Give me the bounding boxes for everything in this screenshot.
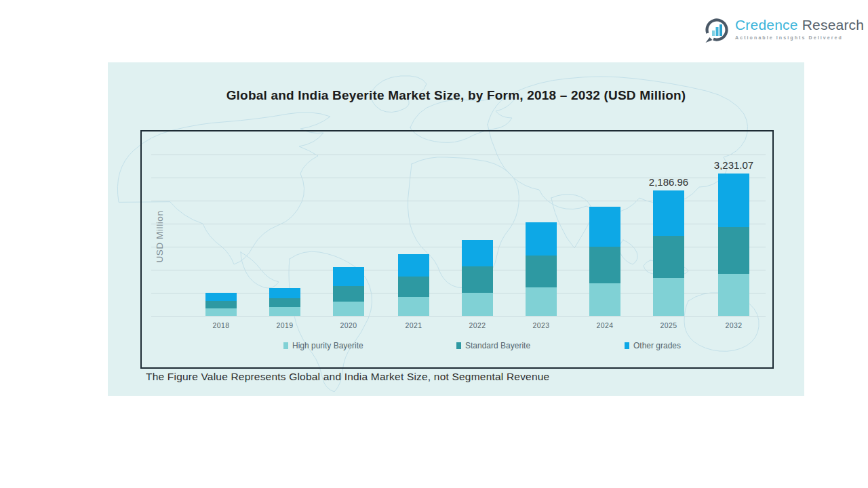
legend-item: Standard Bayerite [456,341,530,350]
legend-swatch [625,342,629,349]
legend-label: Other grades [633,341,681,350]
gridline [151,155,766,155]
logo-name-accent: Credence [735,17,798,33]
x-tick-label: 2023 [517,321,565,329]
bar-segment-other-grades [526,222,557,256]
page: { "logo": { "name_accent": "Credence", "… [0,0,868,488]
bar-segment-high-purity-bayerite [333,302,364,316]
x-tick-label: 2032 [710,321,757,329]
bar-segment-high-purity-bayerite [653,278,684,316]
logo-name-dark: Research [802,17,864,33]
bar [526,222,557,316]
bar [589,207,620,316]
x-tick-label: 2024 [581,321,629,329]
chart-panel: Global and India Beyerite Market Size, b… [108,62,804,396]
legend-item: High purity Bayerite [283,341,363,350]
bar-segment-other-grades [333,267,364,286]
legend-label: Standard Bayerite [465,341,530,350]
bar-segment-standard-bayerite [589,247,620,283]
bar-segment-high-purity-bayerite [398,297,429,316]
legend-swatch [456,342,461,349]
bar-segment-high-purity-bayerite [462,293,493,316]
bar-segment-high-purity-bayerite [269,307,300,316]
chart-frame: 201820192020202120222023202420252,186.96… [140,130,774,369]
bar-segment-high-purity-bayerite [205,308,237,316]
chart-title: Global and India Beyerite Market Size, b… [108,88,804,103]
x-tick-label: 2018 [197,321,245,329]
bar-chart-bubble-icon [703,17,730,44]
bar-segment-other-grades [718,174,749,227]
logo: Credence Research Actionable Insights De… [703,17,864,44]
bar-segment-other-grades [269,288,300,298]
x-tick-label: 2022 [454,321,501,329]
bar [462,240,493,316]
bar [269,288,300,316]
bar-segment-other-grades [589,207,620,247]
logo-tagline: Actionable Insights Delivered [735,35,864,40]
legend-swatch [283,342,288,349]
logo-text: Credence Research Actionable Insights De… [735,17,864,40]
bar-segment-standard-bayerite [718,227,749,274]
bar [398,254,429,316]
value-label: 2,186.96 [628,176,709,188]
x-tick-label: 2021 [390,321,437,329]
bar-segment-standard-bayerite [526,256,557,287]
bar-segment-other-grades [398,254,429,277]
bar-segment-other-grades [205,293,237,301]
bar-segment-other-grades [653,190,684,236]
bar-segment-standard-bayerite [269,298,300,307]
x-tick-label: 2025 [645,321,692,329]
bar [333,267,364,316]
legend-label: High purity Bayerite [292,341,363,350]
bar [718,174,749,316]
value-label: 3,231.07 [693,159,774,171]
bar-segment-high-purity-bayerite [589,283,620,316]
bar-segment-standard-bayerite [333,286,364,302]
bar [653,190,684,316]
x-tick-label: 2020 [325,321,372,329]
legend-item: Other grades [625,341,681,350]
bar [205,293,237,316]
y-axis-label: USD Million [155,210,165,262]
logo-name: Credence Research [735,17,864,33]
bar-segment-high-purity-bayerite [526,287,557,316]
bar-segment-other-grades [462,240,493,266]
bar-segment-standard-bayerite [653,236,684,278]
gridline [151,316,766,317]
bar-segment-high-purity-bayerite [718,274,749,316]
footnote: The Figure Value Represents Global and I… [146,371,549,383]
x-tick-label: 2019 [261,321,309,329]
bar-segment-standard-bayerite [398,277,429,297]
plot-area: 201820192020202120222023202420252,186.96… [142,131,772,367]
bar-segment-standard-bayerite [462,266,493,293]
bar-segment-standard-bayerite [205,301,237,308]
